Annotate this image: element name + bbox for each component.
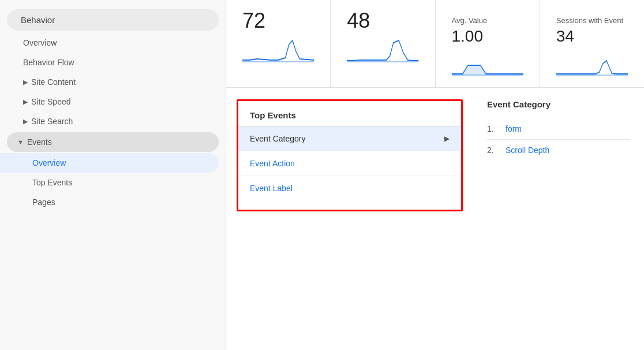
ec-list-item: 1. form xyxy=(487,118,630,140)
sidebar-item-site-search[interactable]: ▶ Site Search xyxy=(0,111,226,131)
unique-events-value: 48 xyxy=(347,9,418,32)
ec-item-link[interactable]: form xyxy=(506,124,522,133)
avg-value-sparkline xyxy=(452,49,523,78)
top-events-event-category[interactable]: Event Category ▶ xyxy=(238,126,461,151)
metric-unique-events: 48 xyxy=(331,0,435,87)
sidebar-item-overview[interactable]: Overview xyxy=(0,33,226,53)
top-events-event-action[interactable]: Event Action xyxy=(238,151,461,176)
metric-total-events: 72 xyxy=(226,0,331,87)
sidebar: Behavior Overview Behavior Flow ▶ Site C… xyxy=(0,0,226,350)
bottom-row: Top Events Event Category ▶ Event Action… xyxy=(226,88,644,350)
arrow-icon: ▶ xyxy=(23,98,28,106)
avg-value-label: Avg. Value xyxy=(452,16,523,25)
event-category-panel: Event Category 1. form 2. Scroll Depth xyxy=(473,88,644,350)
sidebar-item-site-content[interactable]: ▶ Site Content xyxy=(0,72,226,92)
metric-sessions-event: Sessions with Event 34 xyxy=(540,0,644,87)
metric-avg-value: Avg. Value 1.00 xyxy=(436,0,540,87)
sessions-event-label: Sessions with Event xyxy=(556,16,628,25)
sidebar-item-behavior-flow[interactable]: Behavior Flow xyxy=(0,53,226,72)
event-category-list: 1. form 2. Scroll Depth xyxy=(487,118,630,161)
ec-item-number: 2. xyxy=(487,146,499,155)
sessions-event-sparkline xyxy=(556,49,628,78)
avg-value-value: 1.00 xyxy=(452,27,523,46)
arrow-icon: ▶ xyxy=(23,118,28,125)
sidebar-item-events[interactable]: ▼ Events xyxy=(7,132,219,152)
sidebar-item-top-events[interactable]: Top Events xyxy=(0,173,226,192)
total-events-sparkline xyxy=(242,36,314,65)
ec-item-link[interactable]: Scroll Depth xyxy=(506,146,549,155)
arrow-icon: ▼ xyxy=(17,139,24,146)
metrics-row: 72 48 Avg. Value 1.00 xyxy=(226,0,644,88)
top-events-title: Top Events xyxy=(238,110,461,126)
arrow-icon: ▶ xyxy=(23,79,28,86)
chevron-right-icon: ▶ xyxy=(444,135,450,143)
top-events-event-label[interactable]: Event Label xyxy=(238,176,461,200)
top-events-panel: Top Events Event Category ▶ Event Action… xyxy=(237,99,463,211)
total-events-value: 72 xyxy=(242,9,314,32)
sidebar-item-events-overview[interactable]: Overview xyxy=(0,153,219,173)
main-content: 72 48 Avg. Value 1.00 xyxy=(226,0,644,350)
sidebar-item-site-speed[interactable]: ▶ Site Speed xyxy=(0,92,226,111)
sidebar-behavior-header[interactable]: Behavior xyxy=(7,9,219,31)
sidebar-item-pages[interactable]: Pages xyxy=(0,192,226,212)
event-category-title: Event Category xyxy=(487,99,630,109)
unique-events-sparkline xyxy=(347,36,418,65)
ec-list-item: 2. Scroll Depth xyxy=(487,140,630,161)
sessions-event-value: 34 xyxy=(556,27,628,46)
ec-item-number: 1. xyxy=(487,124,499,133)
